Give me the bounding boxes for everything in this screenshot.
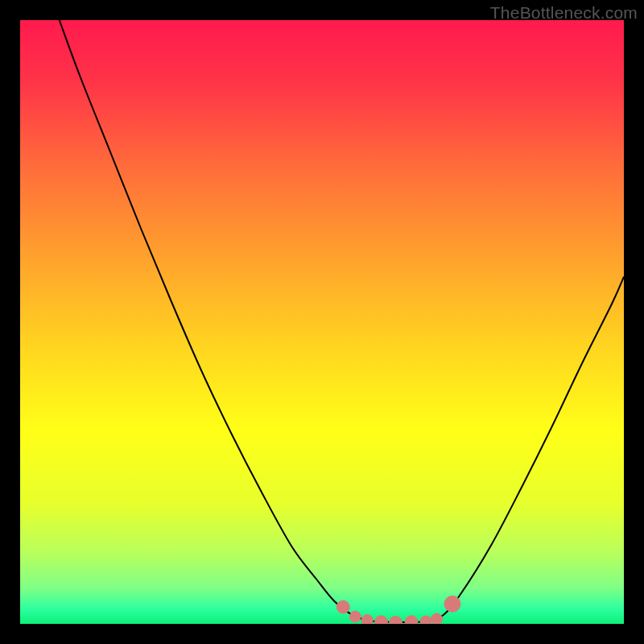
chart-background (20, 20, 624, 624)
curve-marker (420, 616, 431, 624)
curve-marker (361, 615, 373, 625)
curve-marker (349, 611, 361, 622)
curve-marker (444, 596, 460, 612)
chart-frame: TheBottleneck.com (0, 0, 644, 644)
watermark-text: TheBottleneck.com (490, 3, 638, 23)
chart-plot (20, 20, 624, 624)
curve-marker (336, 601, 349, 613)
curve-marker (431, 613, 443, 624)
